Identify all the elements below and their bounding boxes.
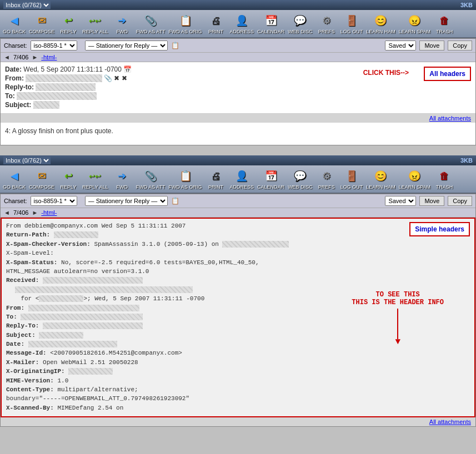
date-label-1: Date: xyxy=(5,65,22,73)
see-this-annotation: TO SEE THIS THIS IS THE HEADER INFO ▼ xyxy=(352,291,444,347)
reply-all-button-2[interactable]: ↩↩ REPLY ALL xyxy=(81,167,110,191)
replyto-label-1: Reply-to: xyxy=(5,83,34,91)
inbox-select-1[interactable]: Inbox (0/762) xyxy=(3,1,51,9)
fullhdr-ct-label: Content-Type: xyxy=(6,386,54,393)
fullhdr-subject-label: Subject: xyxy=(6,332,36,339)
compose-button-2[interactable]: ✉ COMPOSE xyxy=(27,167,56,191)
go-back-button-2[interactable]: ◀ GO BACK xyxy=(1,167,27,191)
learnspam-button-2[interactable]: 😠 LEARN SPAM xyxy=(397,167,432,191)
fwd-att-button-2[interactable]: 📎 FWD AS ATT xyxy=(134,167,167,191)
print-icon: 🖨 xyxy=(207,13,225,28)
trash-button-2[interactable]: 🗑 TRASH xyxy=(432,167,457,191)
fullhdr-recv2-redacted xyxy=(15,286,193,293)
prev-arrow-2[interactable]: ◄ xyxy=(4,209,10,216)
saved-select-2[interactable]: Saved xyxy=(385,196,416,206)
fwd-orig-icon: 📋 xyxy=(177,13,194,28)
prefs-button-2[interactable]: ⚙ PREFS xyxy=(314,167,339,191)
copy-button-1[interactable]: Copy xyxy=(448,41,472,51)
next-arrow-1[interactable]: ► xyxy=(32,54,38,60)
prefs-button[interactable]: ⚙ PREFS xyxy=(314,12,339,36)
all-attachments-link-1[interactable]: All attachments xyxy=(1,114,475,123)
inbox-select-2[interactable]: Inbox (0/762) xyxy=(3,157,51,164)
fwd-button[interactable]: ➔ FWD xyxy=(110,12,134,36)
logout-button-2[interactable]: 🚪 LOG OUT xyxy=(339,167,365,191)
fullhdr-from-redacted xyxy=(28,305,139,311)
move-button-2[interactable]: Move xyxy=(419,196,444,206)
titlebar-2: Inbox (0/762) 3KB xyxy=(0,155,476,165)
fullhdr-spamchecker-value: SpamAssassin 3.1.0 (2005-09-13) on xyxy=(94,241,222,248)
subject-header-1: Subject: xyxy=(5,101,471,109)
reply-icon-2: ↩ xyxy=(59,168,77,184)
panel-gap xyxy=(0,145,476,155)
webdisc-button-2[interactable]: 💬 WEB DISC xyxy=(286,167,314,191)
logout-button[interactable]: 🚪 LOG OUT xyxy=(339,12,365,36)
stationery-icon-2: 📋 xyxy=(171,197,179,205)
learnspam-icon: 😠 xyxy=(405,13,423,28)
copy-button-2[interactable]: Copy xyxy=(448,196,472,206)
annotation-arrow-down: ▼ xyxy=(352,337,444,347)
full-headers-content: Simple headers From debbiem@companyx.com… xyxy=(1,218,475,417)
calendar-button[interactable]: 📅 CALENDAR xyxy=(255,12,286,36)
learnham-button-2[interactable]: 😊 LEARN HAM xyxy=(364,167,397,191)
webdisc-button[interactable]: 💬 WEB DISC xyxy=(286,12,314,36)
stationery-select-1[interactable]: — Stationery for Reply — xyxy=(85,41,168,51)
trash-icon: 🗑 xyxy=(435,13,453,28)
charset-select-2[interactable]: iso-8859-1 * xyxy=(31,196,77,206)
fwd-icon-2: ➔ xyxy=(113,168,131,184)
move-button-1[interactable]: Move xyxy=(419,41,444,51)
calendar-button-2[interactable]: 📅 CALENDAR xyxy=(255,167,286,191)
trash-button[interactable]: 🗑 TRASH xyxy=(432,12,457,36)
charset-select-1[interactable]: iso-8859-1 * xyxy=(31,41,77,51)
from-label-1: From: xyxy=(5,74,24,82)
to-value-1 xyxy=(17,92,97,100)
fwd-att-button[interactable]: 📎 FWD AS ATT xyxy=(134,12,167,36)
address-icon-2: 👤 xyxy=(233,168,250,184)
prefs-icon-2: ⚙ xyxy=(318,168,335,184)
fwd-orig-button-2[interactable]: 📋 FWD AS ORIG xyxy=(167,167,204,191)
fwd-button-2[interactable]: ➔ FWD xyxy=(110,167,134,191)
fullhdr-xscanned-value: MIMEDefang 2.54 on xyxy=(57,405,123,411)
simple-headers-button[interactable]: Simple headers xyxy=(409,222,470,236)
print-button[interactable]: 🖨 PRINT xyxy=(204,12,228,36)
stationery-select-2[interactable]: — Stationery for Reply — xyxy=(85,196,168,206)
reply-button-2[interactable]: ↩ REPLY xyxy=(56,167,81,191)
calendar-icon: 📅 xyxy=(262,13,280,28)
prev-arrow-1[interactable]: ◄ xyxy=(4,54,10,60)
fullhdr-origip-label: X-OriginatingIP: xyxy=(6,368,65,375)
full-headers-wrapper: Simple headers From debbiem@companyx.com… xyxy=(1,218,475,426)
fullhdr-returnpath-redacted xyxy=(54,231,98,238)
all-headers-button-1[interactable]: All headers xyxy=(424,67,471,81)
charset-bar-1: Charset: iso-8859-1 * — Stationery for R… xyxy=(1,39,475,53)
to-label-1: To: xyxy=(5,92,15,100)
reply-all-button[interactable]: ↩↩ REPLY ALL xyxy=(81,12,110,36)
reply-button[interactable]: ↩ REPLY xyxy=(56,12,81,36)
go-back-button[interactable]: ◀ GO BACK xyxy=(1,12,27,36)
address-button[interactable]: 👤 ADDRESS xyxy=(228,12,256,36)
fullhdr-boundary-value: boundary="-----=OPENWEBMAIL_ATT_0.797498… xyxy=(6,395,189,402)
reply-icon: ↩ xyxy=(59,13,77,28)
next-arrow-2[interactable]: ► xyxy=(32,209,38,216)
fullhdr-msgid-label: Message-Id: xyxy=(6,350,47,356)
click-arrow-annotation: CLICK THIS--> xyxy=(363,69,409,77)
size-badge-2: 3KB xyxy=(460,157,473,164)
print-button-2[interactable]: 🖨 PRINT xyxy=(204,167,228,191)
folder-link-1[interactable]: -html- xyxy=(41,54,57,60)
learnham-button[interactable]: 😊 LEARN HAM xyxy=(364,12,397,36)
folder-link-2[interactable]: -html- xyxy=(41,209,57,216)
charset-label-1: Charset: xyxy=(4,42,27,49)
trash-icon-2: 🗑 xyxy=(435,168,453,184)
address-button-2[interactable]: 👤 ADDRESS xyxy=(228,167,256,191)
fwd-orig-button[interactable]: 📋 FWD AS ORIG xyxy=(167,12,204,36)
fullhdr-line4: X-Spam-Level: xyxy=(6,249,470,258)
compose-icon-2: ✉ xyxy=(33,168,51,184)
learnspam-button[interactable]: 😠 LEARN SPAM xyxy=(397,12,432,36)
navbar-2: ◄ 7/406 ► -html- xyxy=(1,208,475,218)
learnham-icon: 😊 xyxy=(372,13,389,28)
fullhdr-recv3-redacted xyxy=(39,295,83,302)
fullhdr-mime-label: MIME-Version: xyxy=(6,377,54,384)
fullhdr-mime-value: 1.0 xyxy=(57,377,68,384)
all-attachments-link-2[interactable]: All attachments xyxy=(1,417,475,426)
compose-button[interactable]: ✉ COMPOSE xyxy=(27,12,56,36)
saved-select-1[interactable]: Saved xyxy=(385,41,416,51)
reply-all-icon-2: ↩↩ xyxy=(86,168,104,184)
